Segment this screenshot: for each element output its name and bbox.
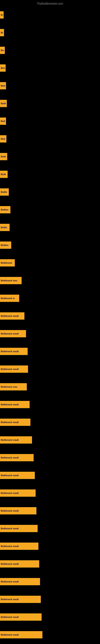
bar-row: Bottleneck result [0,484,100,502]
bar-row: Bottleneck result [0,502,100,520]
bar-row: Bo [0,24,100,42]
bar-label: Bottleneck [1,262,12,264]
bar: Bott [0,135,6,142]
bar-wrapper: Bottl [0,100,7,107]
bar-wrapper: Bottleneck resu [0,383,27,390]
bar-label: Bottlen [1,244,8,246]
bar-row: Bott [0,77,100,94]
bar-label: Bott [1,67,5,69]
bar: Bottleneck result [0,631,42,638]
bar-wrapper: Bottleneck resu [0,277,22,284]
bar-wrapper: Bo [0,29,4,36]
bar-row: Bottl [0,148,100,166]
bar: Bottleneck result [0,596,41,603]
bar: Bottleneck result [0,472,35,479]
bar-wrapper: Bottle [0,188,9,196]
bar-wrapper: Bottleneck re [0,295,19,302]
bar-row: Bottleneck result [0,466,100,484]
bar-wrapper: Bottleneck result [0,490,36,497]
bar-label: Bottleneck result [1,510,19,512]
bar-row: Bottl [0,94,100,112]
bar-row: Bottleneck resu [0,272,100,290]
bar: Bottleneck result [0,454,34,461]
bar: Bottleneck result [0,525,38,532]
bar-row: Bottleneck result [0,626,100,644]
bar-label: Bottle [1,226,7,228]
bar-row: Bottleneck result [0,590,100,608]
bar: Bottl [0,100,7,107]
bar-row: Bottlen [0,236,100,254]
bar-label: Bottle [1,191,7,193]
bar: Bo [0,11,3,18]
bar-wrapper: Bott [0,64,6,72]
bar: Bottleneck result [0,348,28,355]
bar-row: Bottleneck result [0,396,100,413]
bar-row: Bo [0,6,100,24]
bar-label: Bo [1,32,3,34]
bar: Bottleneck result [0,312,24,320]
bar-row: Bottleneck result [0,555,100,573]
bar-label: Bottleneck result [1,315,19,317]
bar-wrapper: Bottle [0,224,10,231]
bar-label: Bottleneck result [1,350,19,352]
bar-row: Bottleneck result [0,573,100,590]
bar-row: Bottleneck resu [0,378,100,396]
bar-wrapper: Bottleneck result [0,472,35,479]
bar-label: Bottleneck result [1,456,19,459]
bar-label: Bottleneck result [1,563,19,565]
bar-wrapper: Bottleneck [0,259,15,266]
bar-label: Bottleneck result [1,439,19,441]
bar-wrapper: Bot [0,47,5,54]
bar: Bottleneck result [0,401,30,408]
bar-row: Bottleneck result [0,325,100,342]
bar: Bottleneck result [0,614,42,621]
bar-wrapper: Bott [0,82,6,89]
bar-wrapper: Bottleneck result [0,578,40,585]
bar-label: Bottlen [1,208,8,211]
bar-label: Bottleneck result [1,527,19,530]
bar-row: Bottleneck re [0,290,100,307]
bar-label: Bo [1,14,3,16]
bar-label: Bottleneck result [1,616,19,618]
bar: Bottleneck result [0,366,28,373]
bar: Bottleneck result [0,507,36,514]
bar-wrapper: Bott [0,118,6,125]
bar-label: Bottl [1,173,6,176]
bar-label: Bot [1,49,4,52]
bar: Bottleneck result [0,436,32,444]
bar-label: Bottleneck result [1,634,19,636]
bar-wrapper: Bottleneck result [0,542,38,550]
bar-row: Bottlen [0,201,100,218]
bar: Bottleneck result [0,490,36,497]
bar-row: Bottle [0,183,100,201]
bar-wrapper: Bottl [0,171,8,178]
bar-label: Bottleneck result [1,492,19,494]
bar: Bottleneck result [0,542,38,550]
bar-row: Bottleneck [0,254,100,272]
bar: Bo [0,29,4,36]
bar-wrapper: Bottlen [0,242,11,249]
bar-wrapper: Bottleneck result [0,330,26,337]
bar: Bottle [0,224,10,231]
bar-row: Bottleneck result [0,431,100,449]
bar: Bottleneck result [0,418,30,426]
bar-label: Bott [1,84,5,87]
bar-label: Bottleneck re [1,297,15,300]
bar-label: Bottleneck result [1,580,19,583]
bar-wrapper: Bottlen [0,206,10,213]
bar: Bottlen [0,242,11,249]
bar-wrapper: Bott [0,135,6,142]
site-title: TheBottlenecker.com [0,1,100,6]
bar: Bottleneck result [0,560,39,568]
bar-row: Bott [0,130,100,148]
bar: Bottleneck result [0,330,26,337]
bar-label: Bottleneck result [1,403,19,406]
bar-label: Bottleneck resu [1,279,17,282]
bar-row: Bottleneck result [0,608,100,626]
bar-wrapper: Bottleneck result [0,454,34,461]
bar: Bottleneck [0,259,15,266]
bar-wrapper: Bottleneck result [0,560,39,568]
bar-label: Bottleneck result [1,598,19,600]
bar-wrapper: Bottleneck result [0,631,42,638]
bar: Bottleneck re [0,295,19,302]
